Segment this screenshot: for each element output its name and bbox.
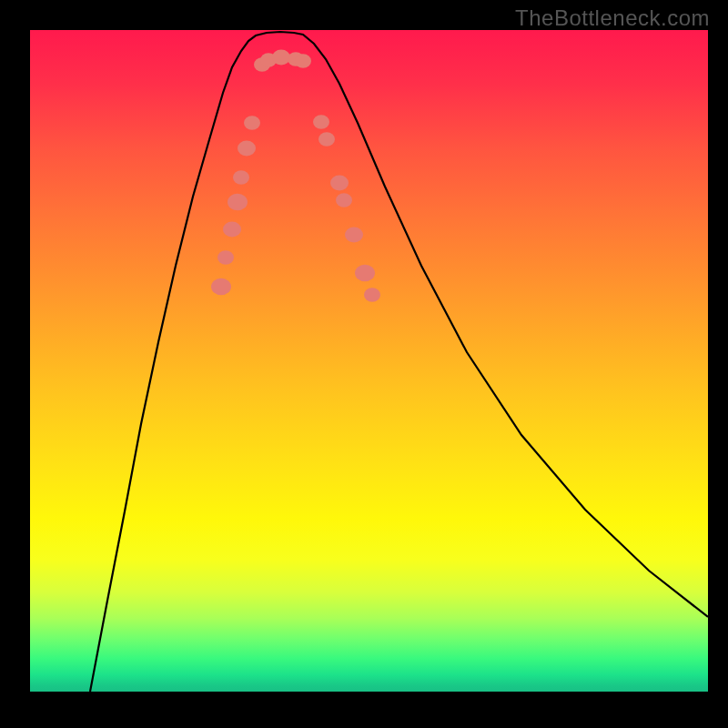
- curve-marker: [244, 116, 260, 129]
- bottleneck-curve: [90, 32, 708, 692]
- chart-frame: TheBottleneck.com: [0, 0, 728, 728]
- credit-watermark: TheBottleneck.com: [515, 5, 710, 31]
- curve-marker: [313, 115, 329, 128]
- curve-marker: [364, 288, 380, 301]
- curve-marker: [355, 265, 375, 282]
- curve-marker: [217, 250, 234, 264]
- curve-marker: [228, 194, 248, 211]
- curve-markers: [211, 50, 380, 302]
- curve-marker: [233, 170, 249, 184]
- curve-marker: [223, 222, 241, 238]
- curve-marker: [318, 132, 335, 146]
- plot-area: [30, 30, 708, 692]
- curve-marker: [211, 278, 231, 296]
- curve-marker: [330, 176, 349, 191]
- curve-marker: [238, 141, 256, 157]
- chart-svg: [30, 30, 708, 692]
- curve-marker: [295, 54, 311, 67]
- curve-marker: [336, 193, 352, 207]
- curve-marker: [272, 50, 290, 66]
- curve-marker: [345, 228, 363, 243]
